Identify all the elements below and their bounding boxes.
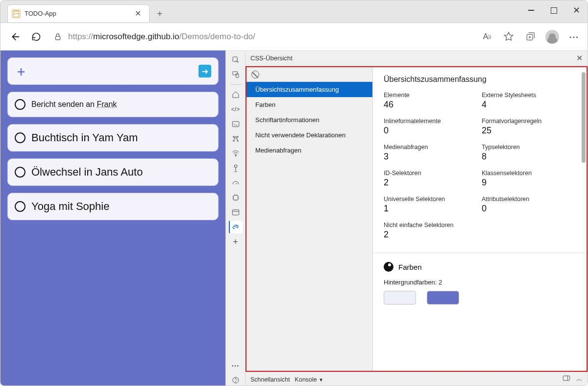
stat-value: 2	[384, 178, 478, 188]
collections-icon[interactable]	[524, 30, 537, 43]
stat-value: 8	[482, 152, 576, 162]
todo-app: ＋ ➔ Bericht senden an Frank Buchtisch in…	[0, 51, 225, 386]
sources-icon[interactable]	[229, 132, 243, 145]
elements-icon[interactable]: </>	[229, 103, 243, 116]
todo-text: Bericht senden an Frank	[31, 100, 117, 109]
cancel-icon	[251, 71, 259, 78]
color-swatch[interactable]	[427, 291, 459, 305]
inspect-icon[interactable]	[229, 53, 243, 66]
browser-tab[interactable]: TODO-App ✕	[7, 4, 149, 22]
stat-label: Formatvorlagenregeln	[482, 118, 576, 125]
svg-point-12	[234, 165, 237, 168]
quickview-label: Schnellansicht	[250, 376, 290, 383]
bg-colors-label: Hintergrundfarben: 2	[373, 275, 587, 291]
network-icon[interactable]	[229, 147, 243, 160]
svg-point-6	[235, 136, 237, 138]
stat-label: Attributselektoren	[482, 196, 576, 203]
stat-value: 46	[384, 100, 478, 110]
chevron-up-icon[interactable]: ︿	[576, 375, 583, 384]
svg-point-8	[237, 136, 238, 138]
window-titlebar: TODO-App ✕ ＋ ✕	[0, 0, 588, 23]
console-tab[interactable]: Konsole ▼	[295, 376, 324, 383]
devtools-activity-bar: </> + ⋯	[226, 51, 245, 386]
stat-label: Typselektoren	[482, 144, 576, 151]
more-tools-icon[interactable]: +	[229, 235, 243, 248]
devtools-drawer: Schnellansicht Konsole ▼ ︿	[245, 372, 588, 386]
radio-icon[interactable]	[15, 99, 25, 110]
nav-fonts[interactable]: Schriftartinformationen	[246, 112, 372, 128]
css-overview-content: Übersichtszusammenfassung Elemente46 Ext…	[373, 67, 587, 371]
maximize-button[interactable]	[542, 0, 565, 20]
application-icon[interactable]	[229, 206, 243, 219]
main-area: ＋ ➔ Bericht senden an Frank Buchtisch in…	[0, 51, 588, 386]
favorite-icon[interactable]	[502, 30, 515, 43]
devtools-more-icon[interactable]: ⋯	[229, 359, 243, 372]
todo-text: Ölwechsel in Jans Auto	[31, 166, 143, 179]
minimize-button[interactable]	[520, 0, 542, 20]
colors-heading: Farben	[373, 253, 587, 275]
svg-point-11	[235, 155, 236, 156]
stat-label: Universelle Selektoren	[384, 196, 478, 203]
devtools: </> + ⋯ CSS-Übersicht ✕	[225, 51, 588, 386]
stat-label: Klassenselektoren	[482, 170, 576, 177]
stat-value: 2	[384, 230, 576, 240]
css-overview-sidebar: Übersichtszusammenfassung Farben Schrift…	[246, 67, 373, 371]
plus-icon: ＋	[15, 63, 27, 80]
color-swatch[interactable]	[384, 291, 416, 305]
device-icon[interactable]	[229, 68, 243, 81]
todo-item[interactable]: Bericht senden an Frank	[7, 92, 219, 117]
nav-summary[interactable]: Übersichtszusammenfassung	[246, 82, 372, 97]
stat-label: Medienabfragen	[384, 144, 478, 151]
window-controls: ✕	[520, 0, 588, 20]
close-window-button[interactable]: ✕	[565, 0, 588, 20]
radio-icon[interactable]	[15, 201, 25, 212]
close-devtools-button[interactable]: ✕	[576, 53, 583, 63]
stat-value: 0	[384, 126, 478, 136]
dock-icon[interactable]	[563, 375, 570, 384]
stat-label: Nicht einfache Selektoren	[384, 222, 576, 229]
nav-media[interactable]: Medienabfragen	[246, 143, 372, 158]
help-icon[interactable]	[229, 374, 243, 386]
radio-icon[interactable]	[15, 167, 25, 178]
back-button[interactable]	[7, 29, 22, 44]
summary-heading: Übersichtszusammenfassung	[373, 67, 587, 89]
clipboard-icon	[12, 9, 21, 18]
memory-icon[interactable]	[229, 191, 243, 204]
todo-item[interactable]: Ölwechsel in Jans Auto	[7, 158, 219, 186]
stat-label: Inlineformatelemente	[384, 118, 478, 125]
palette-icon	[384, 262, 393, 272]
svg-point-10	[237, 140, 238, 142]
performance-icon[interactable]	[229, 177, 243, 189]
css-overview-icon[interactable]	[229, 221, 243, 233]
svg-rect-0	[55, 36, 60, 40]
nav-unused[interactable]: Nicht verwendete Deklarationen	[246, 128, 372, 143]
welcome-icon[interactable]	[229, 88, 243, 101]
todo-item[interactable]: Yoga mit Sophie	[7, 193, 219, 220]
clear-overview-button[interactable]	[246, 67, 372, 82]
more-menu-button[interactable]: ⋯	[568, 30, 581, 43]
stat-value: 3	[384, 152, 478, 162]
console-icon[interactable]	[229, 118, 243, 130]
stat-value: 0	[482, 204, 576, 214]
svg-rect-3	[233, 72, 237, 75]
profile-avatar[interactable]	[545, 30, 559, 44]
browser-toolbar: https://microsoftedge.github.io/Demos/de…	[0, 23, 588, 51]
devtools-panel-title: CSS-Übersicht ✕	[245, 51, 588, 66]
svg-point-9	[233, 140, 234, 142]
new-tab-button[interactable]: ＋	[151, 5, 168, 22]
scrollbar[interactable]	[582, 72, 586, 163]
stat-value: 1	[384, 204, 478, 214]
add-task-card[interactable]: ＋ ➔	[7, 57, 219, 85]
read-aloud-icon[interactable]: A))	[481, 30, 493, 43]
radio-icon[interactable]	[15, 132, 25, 143]
close-tab-button[interactable]: ✕	[132, 8, 144, 19]
submit-arrow-button[interactable]: ➔	[198, 65, 211, 77]
svg-rect-14	[232, 210, 239, 215]
todo-item[interactable]: Buchtisch in Yam Yam	[7, 124, 219, 152]
nav-colors[interactable]: Farben	[246, 97, 372, 112]
address-bar[interactable]: https://microsoftedge.github.io/Demos/de…	[50, 32, 474, 42]
refresh-button[interactable]	[29, 29, 44, 44]
stat-value: 9	[482, 178, 576, 188]
tab-title: TODO-App	[24, 10, 56, 17]
lighthouse-icon[interactable]	[229, 162, 243, 175]
